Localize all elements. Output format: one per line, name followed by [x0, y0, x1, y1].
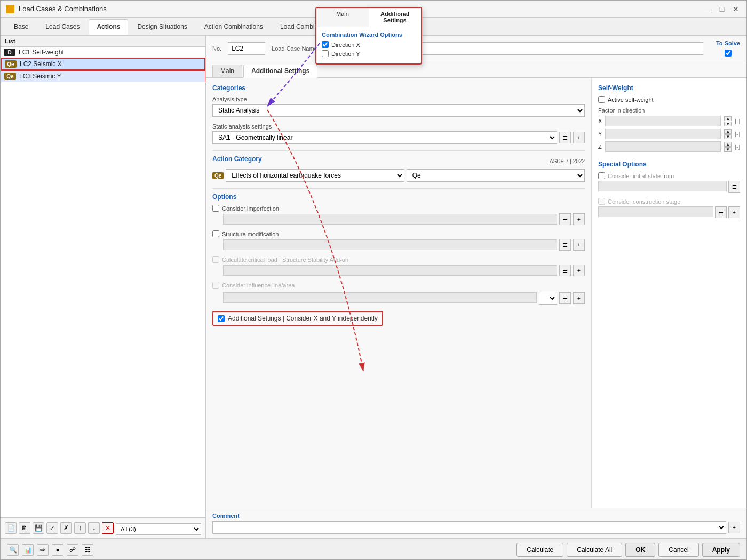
ok-button[interactable]: OK: [625, 543, 655, 557]
construction-stage-input: [598, 206, 713, 217]
comment-section: Comment +: [206, 508, 746, 538]
new-btn[interactable]: 🗎: [19, 522, 30, 534]
tab-design-situations[interactable]: Design Situations: [129, 19, 195, 34]
new-from-file-btn[interactable]: 📄: [5, 522, 17, 534]
list-item[interactable]: D LC1 Self-weight: [1, 47, 205, 58]
critical-load-checkbox[interactable]: [212, 256, 219, 263]
popup-option-direction-y: Direction Y: [322, 50, 416, 57]
comment-input[interactable]: [212, 521, 726, 534]
bottom-icon-6[interactable]: ☷: [82, 544, 93, 556]
bottom-icon-3[interactable]: ⇨: [37, 544, 49, 556]
app-icon: [6, 5, 14, 13]
bottom-icon-1[interactable]: 🔍: [7, 544, 19, 556]
factor-x-up[interactable]: ▲: [724, 116, 732, 121]
critical-load-add-btn[interactable]: +: [573, 265, 585, 276]
tab-main[interactable]: Main: [212, 65, 242, 77]
construction-stage-checkbox[interactable]: [598, 198, 605, 205]
badge-qe: Qe: [5, 60, 17, 68]
separator: [212, 150, 585, 151]
imperfection-add-btn[interactable]: +: [573, 213, 585, 225]
analysis-type-dropdown[interactable]: Static Analysis: [212, 104, 585, 117]
factor-y-unit: [-]: [735, 131, 740, 137]
tab-base[interactable]: Base: [6, 19, 36, 34]
sort-down-btn[interactable]: ↓: [88, 522, 100, 534]
cross2-btn[interactable]: ✗: [60, 522, 72, 534]
influence-checkbox[interactable]: [212, 282, 219, 289]
static-settings-edit-btn[interactable]: ☰: [559, 132, 571, 143]
additional-settings-label: Additional Settings | Consider X and Y i…: [228, 315, 378, 322]
list-item-label: LC2 Seismic X: [20, 60, 62, 68]
static-settings-dropdown[interactable]: SA1 - Geometrically linear: [212, 131, 557, 144]
factor-z-up[interactable]: ▲: [724, 142, 732, 147]
critical-load-edit-btn[interactable]: ☰: [559, 265, 571, 276]
static-settings-add-btn[interactable]: +: [573, 132, 585, 143]
factor-y-down[interactable]: ▼: [724, 134, 732, 139]
to-solve-checkbox[interactable]: [725, 50, 732, 57]
factor-x-down[interactable]: ▼: [724, 122, 732, 126]
initial-state-input: [598, 181, 727, 191]
filter-select[interactable]: All (3): [116, 523, 201, 535]
tab-action-combinations[interactable]: Action Combinations: [196, 19, 271, 34]
direction-y-checkbox[interactable]: [322, 50, 329, 57]
calculate-button[interactable]: Calculate: [516, 543, 563, 557]
comment-add-btn[interactable]: +: [728, 522, 740, 533]
list-item-lc2[interactable]: Qe LC2 Seismic X: [1, 58, 205, 70]
maximize-button[interactable]: □: [717, 4, 727, 14]
factor-y-label: Y: [598, 131, 602, 137]
list-item-lc3[interactable]: Qe LC3 Seismic Y: [1, 70, 205, 82]
bottom-icon-5[interactable]: ☍: [67, 544, 78, 556]
factor-x-input: [605, 116, 721, 126]
construction-stage-edit-btn[interactable]: ☰: [715, 206, 727, 218]
action-category-row: Qe Effects of horizontal earthquake forc…: [212, 169, 585, 182]
influence-edit-btn[interactable]: ☰: [559, 292, 571, 304]
action-type-dropdown[interactable]: Effects of horizontal earthquake forces: [226, 169, 404, 182]
calculate-all-button[interactable]: Calculate All: [567, 543, 622, 557]
close-button[interactable]: ✕: [730, 4, 741, 14]
save-btn[interactable]: 💾: [33, 522, 44, 534]
structure-mod-edit-btn[interactable]: ☰: [559, 239, 571, 251]
tab-actions[interactable]: Actions: [89, 19, 128, 35]
factor-x-spinner: ▲ ▼: [724, 116, 732, 126]
cancel-button[interactable]: Cancel: [658, 543, 698, 557]
structure-mod-label: Structure modification: [212, 230, 585, 237]
imperfection-edit-btn[interactable]: ☰: [559, 213, 571, 225]
popup-tab-additional[interactable]: Additional Settings: [369, 8, 421, 27]
check-btn[interactable]: ✓: [46, 522, 58, 534]
construction-stage-add-btn[interactable]: +: [728, 206, 740, 218]
active-self-weight-checkbox[interactable]: [598, 96, 605, 103]
influence-dropdown[interactable]: [539, 292, 557, 305]
factor-y-spinner: ▲ ▼: [724, 129, 732, 139]
additional-settings-checkbox[interactable]: [218, 315, 225, 322]
minimize-button[interactable]: —: [703, 4, 713, 14]
tab-load-cases[interactable]: Load Cases: [37, 19, 88, 34]
initial-state-checkbox[interactable]: [598, 172, 605, 179]
active-self-weight-label: Active self-weight: [598, 96, 740, 103]
factor-y-up[interactable]: ▲: [724, 129, 732, 134]
direction-x-checkbox[interactable]: [322, 41, 329, 48]
bottom-bar: 🔍 📊 ⇨ ● ☍ ☷ Calculate Calculate All OK C…: [1, 538, 746, 560]
bottom-icon-2[interactable]: 📊: [22, 544, 34, 556]
apply-button[interactable]: Apply: [702, 543, 740, 557]
construction-stage-label: Consider construction stage: [598, 198, 740, 205]
bottom-left-icons: 🔍 📊 ⇨ ● ☍ ☷: [7, 544, 93, 556]
static-settings-row: SA1 - Geometrically linear ☰ +: [212, 131, 585, 144]
no-input[interactable]: [228, 42, 265, 55]
influence-add-btn[interactable]: +: [573, 292, 585, 304]
structure-mod-add-btn[interactable]: +: [573, 239, 585, 251]
special-options-section: Special Options Consider initial state f…: [598, 161, 740, 218]
imperfection-checkbox[interactable]: [212, 205, 219, 212]
structure-mod-checkbox[interactable]: [212, 230, 219, 237]
factor-z-label: Z: [598, 143, 602, 150]
initial-state-edit-btn[interactable]: ☰: [728, 181, 740, 193]
bottom-icon-4[interactable]: ●: [52, 544, 63, 556]
delete-btn[interactable]: ✕: [102, 522, 114, 534]
options-section: Options Consider imperfection ☰ +: [212, 193, 585, 305]
analysis-type-label: Analysis type: [212, 96, 585, 102]
popup-tab-main[interactable]: Main: [316, 8, 369, 27]
action-code-dropdown[interactable]: Qe: [407, 169, 585, 182]
tab-additional-settings[interactable]: Additional Settings: [243, 65, 317, 78]
sort-up-btn[interactable]: ↑: [74, 522, 86, 534]
factor-z-down[interactable]: ▼: [724, 147, 732, 152]
name-label: Load Case Name: [272, 45, 317, 52]
window-controls: — □ ✕: [703, 4, 741, 14]
